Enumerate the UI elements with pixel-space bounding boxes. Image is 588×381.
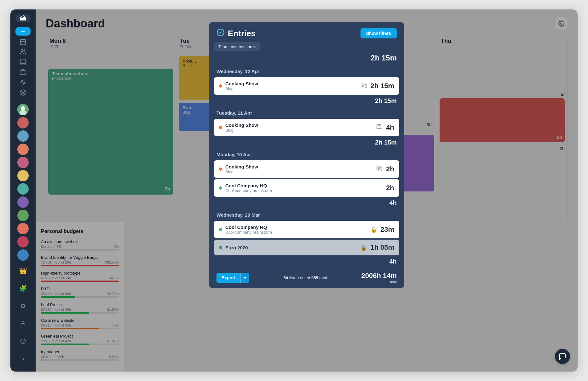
- sidebar-btn-book[interactable]: [15, 58, 31, 66]
- sidebar-btn-layers[interactable]: [15, 88, 31, 96]
- sidebar-divider: [17, 100, 29, 100]
- sidebar-btn-chart[interactable]: [15, 78, 31, 86]
- avatar[interactable]: [17, 223, 29, 234]
- entry-time: 4h: [386, 123, 394, 132]
- timer-icon: [376, 165, 383, 173]
- entry-project: Cooking Show: [225, 122, 373, 128]
- avatar[interactable]: [17, 117, 29, 128]
- entry-card[interactable]: Cooking Show Blog 4h: [214, 119, 399, 136]
- avatar[interactable]: [17, 196, 29, 208]
- team-badge: Team members: me.: [214, 42, 260, 51]
- entry-dot: [219, 246, 222, 249]
- avatar[interactable]: [17, 236, 29, 247]
- timer-icon: [376, 123, 383, 132]
- entry-card[interactable]: Cool Company HQ Cool company brainstorm …: [214, 221, 399, 238]
- modal-footer: Export ▾ 50 listed out of 955 total 2006…: [209, 267, 404, 288]
- sidebar-btn-puzzle[interactable]: 🧩: [15, 281, 31, 296]
- entry-project: Cool Company HQ: [225, 183, 383, 188]
- modal-header: Entries Show filters: [209, 22, 404, 42]
- avatar[interactable]: [17, 104, 29, 115]
- avatar[interactable]: [17, 144, 29, 155]
- logo[interactable]: 🏔: [15, 14, 31, 22]
- entry-dot: [219, 168, 222, 171]
- entry-dot: [219, 126, 222, 129]
- avatar[interactable]: [17, 183, 29, 195]
- timer-icon: [360, 82, 367, 90]
- avatar[interactable]: [17, 157, 29, 168]
- section-total: 4h: [209, 198, 404, 208]
- modal-count: 50 listed out of 955 total: [284, 276, 327, 280]
- sidebar-btn-settings[interactable]: ⚙: [15, 299, 31, 314]
- avatar[interactable]: [17, 170, 29, 181]
- grand-total-time: 2006h 14m: [361, 272, 397, 280]
- entry-task: Blog: [225, 169, 373, 174]
- entry-dot: [219, 228, 222, 231]
- modal-overlay: Entries Show filters Team members: me. 2…: [36, 9, 578, 372]
- entry-time: 2h: [386, 165, 394, 173]
- chat-button[interactable]: [555, 349, 570, 364]
- section-total: 2h 15m: [209, 138, 404, 148]
- sidebar-btn-profile[interactable]: [15, 316, 31, 331]
- entry-task: Blog: [225, 128, 373, 133]
- main-content: Dashboard Mon 8 ⏱ 7h Tue 7h 30m: [36, 9, 578, 372]
- modal-title-text: Entries: [228, 29, 256, 38]
- export-btn-group: Export ▾: [216, 273, 249, 283]
- avatar[interactable]: [17, 210, 29, 221]
- entry-dot: [219, 84, 222, 88]
- entry-time: 2h 15m: [370, 82, 394, 90]
- show-filters-button[interactable]: Show filters: [360, 28, 397, 38]
- svg-point-9: [20, 110, 26, 115]
- sidebar-btn-crown[interactable]: 👑: [15, 263, 31, 278]
- entry-info: Cool Company HQ Cool company brainstorm: [225, 183, 383, 193]
- entries-date-header: Wednesday, 12 Apr: [209, 65, 404, 76]
- export-button[interactable]: Export: [216, 273, 240, 283]
- entry-project: Cool Company HQ: [225, 225, 367, 230]
- entry-info: Cooking Show Blog: [225, 81, 357, 91]
- export-dropdown-btn[interactable]: ▾: [240, 273, 249, 283]
- section-total: 2h 15m: [209, 96, 404, 106]
- svg-rect-5: [20, 71, 26, 75]
- entry-info: Cool Company HQ Cool company brainstorm: [225, 225, 367, 235]
- sidebar-btn-briefcase[interactable]: [15, 68, 31, 76]
- avatar[interactable]: [17, 249, 29, 261]
- sidebar-btn-calendar[interactable]: [15, 38, 31, 46]
- entries-icon: [216, 28, 225, 38]
- svg-point-8: [21, 106, 25, 111]
- svg-point-4: [21, 49, 23, 52]
- entries-date-header: Tuesday, 11 Apr: [209, 106, 404, 117]
- entry-card[interactable]: Euro 2020 🔒 1h 05m: [214, 240, 399, 255]
- entry-card[interactable]: Cool Company HQ Cool company brainstorm …: [214, 179, 399, 197]
- entry-task: Blog: [225, 86, 357, 91]
- entry-card[interactable]: Cooking Show Blog 2h 15m: [214, 77, 399, 95]
- entries-modal: Entries Show filters Team members: me. 2…: [209, 22, 404, 288]
- sidebar-btn-team[interactable]: [15, 48, 31, 56]
- entry-task: Cool company brainstorm: [225, 188, 383, 193]
- sidebar: 🏔 ＋: [10, 9, 36, 372]
- sidebar-collapse-btn[interactable]: >: [15, 351, 31, 367]
- avatar-list: [17, 104, 29, 261]
- svg-marker-6: [20, 89, 26, 92]
- svg-rect-0: [20, 40, 26, 45]
- entry-card[interactable]: Cooking Show Blog 2h: [214, 160, 399, 178]
- avatar[interactable]: [17, 130, 29, 142]
- entry-project: Euro 2020: [225, 245, 357, 250]
- grand-total-label: total: [361, 280, 397, 284]
- lock-icon: 🔒: [360, 244, 367, 251]
- entries-date-header: Wednesday, 29 Mar: [209, 208, 404, 219]
- entry-project: Cooking Show: [225, 81, 357, 86]
- sidebar-btn-history[interactable]: [15, 334, 31, 349]
- entry-info: Cooking Show Blog: [225, 122, 373, 133]
- entry-time: 2h: [386, 184, 394, 192]
- modal-grand-total: 2006h 14m total: [361, 272, 397, 284]
- modal-body: Wednesday, 12 Apr Cooking Show Blog 2h 1…: [209, 65, 404, 267]
- modal-header-total: 2h 15m: [209, 54, 404, 65]
- sidebar-btn-add[interactable]: ＋: [15, 27, 31, 36]
- section-total: 4h: [209, 257, 404, 267]
- entry-task: Cool company brainstorm: [225, 230, 367, 235]
- entry-time: 1h 05m: [370, 243, 394, 252]
- sidebar-bottom: 👑 🧩 ⚙ >: [15, 263, 31, 367]
- entry-info: Euro 2020: [225, 245, 357, 250]
- entry-project: Cooking Show: [225, 164, 373, 169]
- lock-icon: 🔒: [370, 226, 377, 233]
- entries-date-header: Monday, 10 Apr: [209, 148, 404, 159]
